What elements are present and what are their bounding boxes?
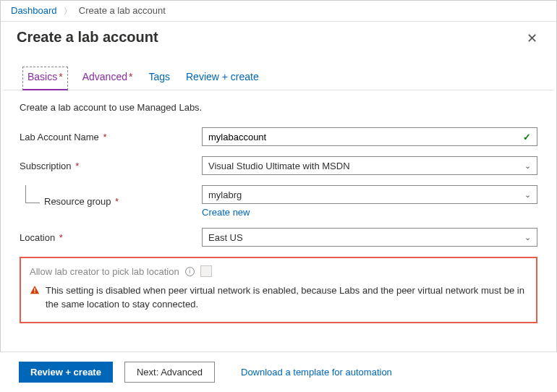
download-template-link[interactable]: Download a template for automation (241, 367, 392, 378)
tab-advanced[interactable]: Advanced* (81, 67, 135, 90)
svg-rect-0 (34, 288, 35, 291)
chevron-down-icon: ⌄ (524, 233, 531, 242)
resource-group-select[interactable]: mylabrg ⌄ (202, 185, 537, 204)
warning-message: This setting is disabled when peer virtu… (46, 284, 527, 312)
breadcrumb: Dashboard 〉 Create a lab account (1, 1, 556, 22)
subscription-select[interactable]: Visual Studio Ultimate with MSDN ⌄ (202, 156, 537, 175)
breadcrumb-dashboard[interactable]: Dashboard (11, 5, 57, 16)
footer: Review + create Next: Advanced Download … (0, 351, 557, 392)
page-title: Create a lab account (17, 29, 158, 46)
chevron-down-icon: ⌄ (524, 161, 531, 171)
close-icon[interactable]: ✕ (524, 29, 540, 48)
location-select[interactable]: East US ⌄ (202, 228, 537, 247)
lab-name-input[interactable]: ✓ (202, 127, 537, 146)
tab-review[interactable]: Review + create (184, 67, 260, 90)
svg-rect-1 (34, 292, 35, 293)
warning-icon (30, 285, 40, 312)
create-new-link[interactable]: Create new (202, 207, 250, 218)
location-label: Location * (20, 232, 202, 243)
resource-group-label: Resource group * (20, 196, 202, 207)
subscription-label: Subscription * (20, 161, 202, 171)
lab-name-label: Lab Account Name * (20, 132, 202, 142)
check-icon: ✓ (523, 132, 531, 142)
tab-basics[interactable]: Basics* (22, 67, 68, 90)
next-advanced-button[interactable]: Next: Advanced (124, 362, 215, 383)
disabled-section: Allow lab creator to pick lab location i… (20, 257, 537, 323)
tab-tags[interactable]: Tags (147, 67, 171, 90)
breadcrumb-current: Create a lab account (79, 5, 166, 16)
allow-pick-location-checkbox (200, 265, 212, 277)
review-create-button[interactable]: Review + create (19, 362, 113, 383)
chevron-right-icon: 〉 (64, 7, 72, 15)
allow-pick-location-label: Allow lab creator to pick lab location (30, 266, 179, 277)
info-icon[interactable]: i (185, 267, 195, 276)
intro-text: Create a lab account to use Managed Labs… (20, 102, 537, 113)
chevron-down-icon: ⌄ (524, 190, 531, 200)
tabs: Basics* Advanced* Tags Review + create (4, 48, 553, 90)
